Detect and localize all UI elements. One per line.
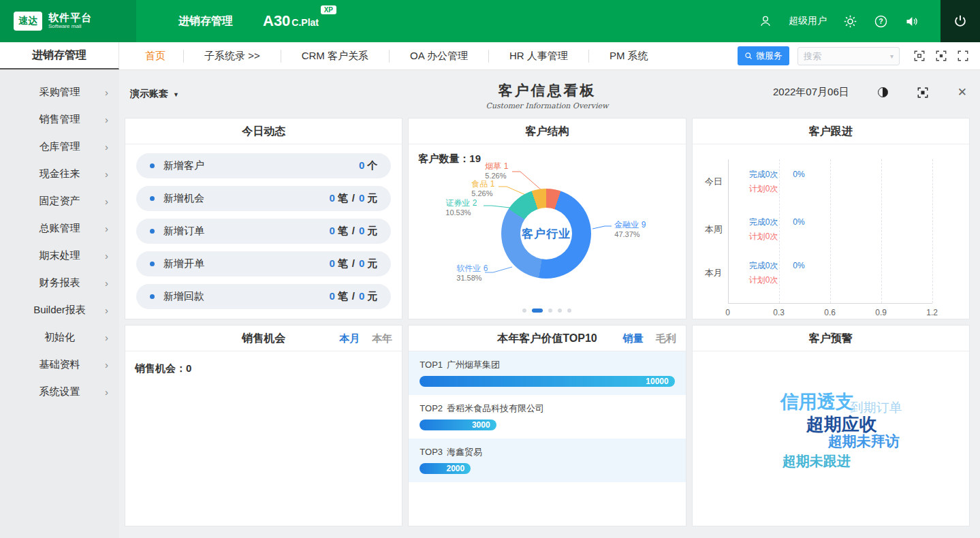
panel-title: 销售机会 xyxy=(242,332,285,344)
username[interactable]: 超级用户 xyxy=(789,15,827,27)
sidebar-item-label: Builder报表 xyxy=(33,304,86,317)
warning-word-overdue-followup[interactable]: 超期未跟进 xyxy=(783,452,851,471)
panel-title: 本年客户价值TOP10 xyxy=(497,332,597,344)
slice-pct: 5.26% xyxy=(471,190,494,197)
svg-text:?: ? xyxy=(879,17,883,25)
nav-oa[interactable]: OA 办公管理 xyxy=(389,50,488,63)
sidebar-item-base-data[interactable]: 基础资料› xyxy=(0,351,119,378)
activity-unit: 元 xyxy=(367,290,377,302)
value-bar: 2000 xyxy=(420,463,471,474)
nav-right: 微服务 ▾ xyxy=(738,42,980,69)
sidebar-item-finance-report[interactable]: 财务报表› xyxy=(0,269,119,296)
account-name: 演示账套 xyxy=(130,88,168,99)
date-label: 2022年07月06日 xyxy=(773,86,849,99)
tab-this-year[interactable]: 本年 xyxy=(372,332,392,344)
bullet-icon xyxy=(150,163,155,168)
sidebar-item-purchase[interactable]: 采购管理› xyxy=(0,78,119,106)
followup-period: 本周 xyxy=(705,223,723,236)
opportunity-summary-value: 0 xyxy=(186,362,191,374)
activity-label: 新增开单 xyxy=(163,257,204,270)
activity-unit: 元 xyxy=(367,192,377,204)
nav-subsystems[interactable]: 子系统录 >> xyxy=(183,50,281,63)
carousel-dot[interactable] xyxy=(548,308,552,313)
chevron-down-icon[interactable]: ▾ xyxy=(890,52,894,60)
account-selector[interactable]: 演示账套 ▼ xyxy=(130,88,179,100)
sidebar-item-fixed-assets[interactable]: 固定资产› xyxy=(0,187,119,215)
carousel-dot[interactable] xyxy=(567,308,571,313)
chevron-right-icon: › xyxy=(105,114,108,125)
list-item: 新增回款 0笔/0元 xyxy=(136,284,391,309)
sidebar-item-period-end[interactable]: 期末处理› xyxy=(0,242,119,269)
exit-fullscreen-icon[interactable] xyxy=(957,50,969,62)
fullscreen-icon[interactable] xyxy=(917,86,929,99)
sidebar-item-label: 采购管理 xyxy=(39,86,80,99)
gear-icon[interactable] xyxy=(843,14,857,29)
chevron-right-icon: › xyxy=(105,304,108,316)
activity-unit: 笔 xyxy=(338,290,348,302)
close-icon[interactable]: ✕ xyxy=(958,85,967,99)
sidebar-item-general-ledger[interactable]: 总账管理› xyxy=(0,215,119,242)
nav-hr[interactable]: HR 人事管理 xyxy=(488,50,588,63)
slice-label-software: 软件业 631.58% xyxy=(456,264,488,282)
microservice-label: 微服务 xyxy=(756,50,783,62)
slice-count: 1 xyxy=(490,179,495,189)
today-activity-list: 新增客户 0个 新增机会 0笔/0元 新增订单 0笔/0元 xyxy=(125,144,402,326)
separator: / xyxy=(352,192,355,204)
theme-toggle-icon[interactable] xyxy=(878,87,888,97)
power-button[interactable] xyxy=(941,0,980,42)
nav-crm[interactable]: CRM 客户关系 xyxy=(281,50,389,63)
gridline xyxy=(932,159,933,303)
slice-count: 6 xyxy=(484,264,488,273)
sidebar-item-sales[interactable]: 销售管理› xyxy=(0,106,119,133)
user-icon[interactable] xyxy=(759,14,772,28)
sidebar-item-cash[interactable]: 现金往来› xyxy=(0,160,119,187)
dashboard-subtitle: Customer Information Overview xyxy=(125,101,970,110)
x-tick: 0.6 xyxy=(824,308,836,317)
activity-label: 新增客户 xyxy=(163,159,204,172)
microservice-button[interactable]: 微服务 xyxy=(738,46,789,65)
followup-group: 完成0次0% 计划0次 xyxy=(749,215,805,244)
carousel-dot-active[interactable] xyxy=(532,308,543,313)
x-tick: 0.3 xyxy=(773,308,785,317)
caret-down-icon: ▼ xyxy=(173,91,179,98)
search-input[interactable] xyxy=(804,51,890,61)
slice-count: 9 xyxy=(642,220,646,230)
rank-label: TOP3 xyxy=(420,447,443,457)
expand-inner-icon[interactable] xyxy=(913,50,926,62)
warning-word-overdue-visit[interactable]: 超期未拜访 xyxy=(828,432,900,451)
industry-donut[interactable]: 客户行业 xyxy=(501,189,591,279)
slice-count: 2 xyxy=(473,198,477,208)
speaker-icon[interactable] xyxy=(904,14,919,29)
sidebar-item-initialization[interactable]: 初始化› xyxy=(0,323,119,351)
help-icon[interactable]: ? xyxy=(874,14,888,29)
done-label: 完成0次 xyxy=(749,261,778,270)
sidebar-item-system-settings[interactable]: 系统设置› xyxy=(0,378,119,405)
customer-count: 客户数量：19 xyxy=(418,153,481,165)
sidebar-title[interactable]: 进销存管理 xyxy=(0,42,119,69)
sidebar-item-label: 期末处理 xyxy=(39,249,80,262)
nav-pm[interactable]: PM 系统 xyxy=(588,50,669,63)
window-frame-icons xyxy=(913,50,969,62)
tab-this-month[interactable]: 本月 xyxy=(339,332,360,344)
carousel-dot[interactable] xyxy=(522,308,526,313)
logo[interactable]: 速达 软件平台 Software mall xyxy=(0,0,136,42)
sidebar-item-builder-report[interactable]: Builder报表› xyxy=(0,296,119,323)
carousel-dot[interactable] xyxy=(558,308,562,313)
panel-title: 今日动态 xyxy=(242,125,285,137)
fullscreen-icon[interactable] xyxy=(935,50,947,62)
chevron-right-icon: › xyxy=(105,250,108,262)
logo-name: 软件平台 xyxy=(48,12,92,24)
page-container: 采购管理› 销售管理› 仓库管理› 现金往来› 固定资产› 总账管理› 期末处理… xyxy=(0,70,980,538)
sidebar-item-warehouse[interactable]: 仓库管理› xyxy=(0,133,119,160)
plan-label: 计划0次 xyxy=(749,182,805,196)
tab-gross-profit[interactable]: 毛利 xyxy=(656,332,676,344)
done-label: 完成0次 xyxy=(749,217,778,227)
activity-value: 0 xyxy=(359,192,364,204)
nav-home[interactable]: 首页 xyxy=(134,50,183,63)
activity-value: 0 xyxy=(359,257,364,269)
tab-sales-volume[interactable]: 销量 xyxy=(622,332,643,344)
panel-title: 客户预警 xyxy=(809,332,853,344)
warning-word-credit-overdraft[interactable]: 信用透支 xyxy=(780,390,854,414)
slice-pct: 47.37% xyxy=(614,231,646,238)
topbar-module[interactable]: 进销存管理 xyxy=(178,14,233,29)
